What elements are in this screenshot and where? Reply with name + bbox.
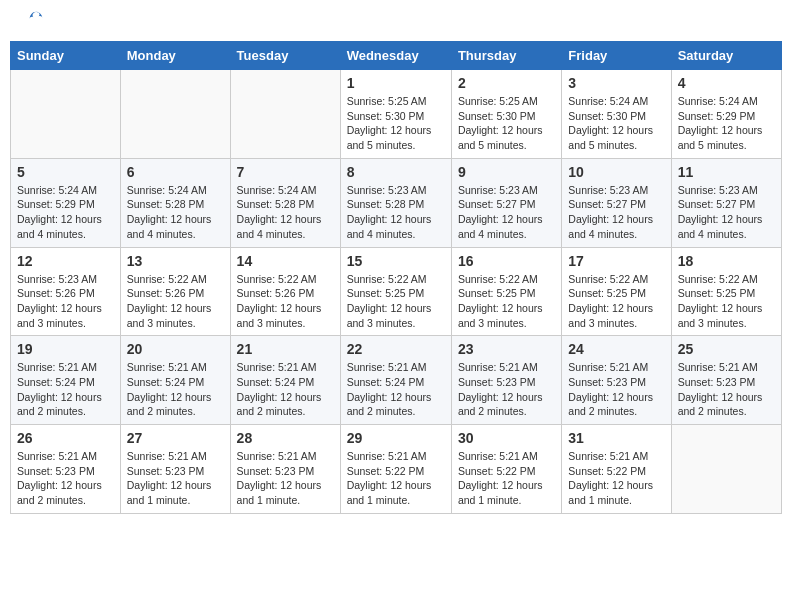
day-cell: 10Sunrise: 5:23 AM Sunset: 5:27 PM Dayli… bbox=[562, 158, 671, 247]
week-row-1: 1Sunrise: 5:25 AM Sunset: 5:30 PM Daylig… bbox=[11, 70, 782, 159]
day-cell: 14Sunrise: 5:22 AM Sunset: 5:26 PM Dayli… bbox=[230, 247, 340, 336]
day-info: Sunrise: 5:22 AM Sunset: 5:26 PM Dayligh… bbox=[127, 272, 224, 331]
day-number: 9 bbox=[458, 164, 555, 180]
weekday-header-wednesday: Wednesday bbox=[340, 42, 451, 70]
weekday-header-row: SundayMondayTuesdayWednesdayThursdayFrid… bbox=[11, 42, 782, 70]
day-number: 23 bbox=[458, 341, 555, 357]
day-cell: 30Sunrise: 5:21 AM Sunset: 5:22 PM Dayli… bbox=[451, 425, 561, 514]
day-number: 30 bbox=[458, 430, 555, 446]
day-number: 22 bbox=[347, 341, 445, 357]
day-info: Sunrise: 5:21 AM Sunset: 5:23 PM Dayligh… bbox=[127, 449, 224, 508]
day-cell bbox=[11, 70, 121, 159]
page-header bbox=[10, 10, 782, 33]
day-info: Sunrise: 5:21 AM Sunset: 5:23 PM Dayligh… bbox=[458, 360, 555, 419]
day-info: Sunrise: 5:21 AM Sunset: 5:23 PM Dayligh… bbox=[17, 449, 114, 508]
day-number: 29 bbox=[347, 430, 445, 446]
day-cell: 27Sunrise: 5:21 AM Sunset: 5:23 PM Dayli… bbox=[120, 425, 230, 514]
weekday-header-tuesday: Tuesday bbox=[230, 42, 340, 70]
day-cell: 5Sunrise: 5:24 AM Sunset: 5:29 PM Daylig… bbox=[11, 158, 121, 247]
day-number: 25 bbox=[678, 341, 775, 357]
day-info: Sunrise: 5:23 AM Sunset: 5:27 PM Dayligh… bbox=[678, 183, 775, 242]
day-cell: 17Sunrise: 5:22 AM Sunset: 5:25 PM Dayli… bbox=[562, 247, 671, 336]
day-info: Sunrise: 5:24 AM Sunset: 5:28 PM Dayligh… bbox=[237, 183, 334, 242]
weekday-header-saturday: Saturday bbox=[671, 42, 781, 70]
day-info: Sunrise: 5:22 AM Sunset: 5:26 PM Dayligh… bbox=[237, 272, 334, 331]
week-row-4: 19Sunrise: 5:21 AM Sunset: 5:24 PM Dayli… bbox=[11, 336, 782, 425]
weekday-header-friday: Friday bbox=[562, 42, 671, 70]
day-number: 6 bbox=[127, 164, 224, 180]
day-info: Sunrise: 5:23 AM Sunset: 5:27 PM Dayligh… bbox=[568, 183, 664, 242]
weekday-header-thursday: Thursday bbox=[451, 42, 561, 70]
day-number: 12 bbox=[17, 253, 114, 269]
day-cell: 19Sunrise: 5:21 AM Sunset: 5:24 PM Dayli… bbox=[11, 336, 121, 425]
day-number: 19 bbox=[17, 341, 114, 357]
day-info: Sunrise: 5:22 AM Sunset: 5:25 PM Dayligh… bbox=[568, 272, 664, 331]
week-row-2: 5Sunrise: 5:24 AM Sunset: 5:29 PM Daylig… bbox=[11, 158, 782, 247]
day-cell: 7Sunrise: 5:24 AM Sunset: 5:28 PM Daylig… bbox=[230, 158, 340, 247]
day-info: Sunrise: 5:22 AM Sunset: 5:25 PM Dayligh… bbox=[678, 272, 775, 331]
day-number: 21 bbox=[237, 341, 334, 357]
day-number: 7 bbox=[237, 164, 334, 180]
day-cell: 13Sunrise: 5:22 AM Sunset: 5:26 PM Dayli… bbox=[120, 247, 230, 336]
day-info: Sunrise: 5:21 AM Sunset: 5:23 PM Dayligh… bbox=[678, 360, 775, 419]
day-cell: 12Sunrise: 5:23 AM Sunset: 5:26 PM Dayli… bbox=[11, 247, 121, 336]
day-info: Sunrise: 5:24 AM Sunset: 5:28 PM Dayligh… bbox=[127, 183, 224, 242]
day-info: Sunrise: 5:21 AM Sunset: 5:24 PM Dayligh… bbox=[17, 360, 114, 419]
day-cell: 20Sunrise: 5:21 AM Sunset: 5:24 PM Dayli… bbox=[120, 336, 230, 425]
day-number: 26 bbox=[17, 430, 114, 446]
day-info: Sunrise: 5:23 AM Sunset: 5:26 PM Dayligh… bbox=[17, 272, 114, 331]
day-cell: 29Sunrise: 5:21 AM Sunset: 5:22 PM Dayli… bbox=[340, 425, 451, 514]
day-info: Sunrise: 5:25 AM Sunset: 5:30 PM Dayligh… bbox=[458, 94, 555, 153]
day-number: 14 bbox=[237, 253, 334, 269]
day-number: 2 bbox=[458, 75, 555, 91]
day-number: 15 bbox=[347, 253, 445, 269]
day-info: Sunrise: 5:21 AM Sunset: 5:22 PM Dayligh… bbox=[458, 449, 555, 508]
day-info: Sunrise: 5:21 AM Sunset: 5:23 PM Dayligh… bbox=[237, 449, 334, 508]
day-number: 20 bbox=[127, 341, 224, 357]
day-info: Sunrise: 5:21 AM Sunset: 5:24 PM Dayligh… bbox=[127, 360, 224, 419]
day-info: Sunrise: 5:22 AM Sunset: 5:25 PM Dayligh… bbox=[347, 272, 445, 331]
day-cell: 1Sunrise: 5:25 AM Sunset: 5:30 PM Daylig… bbox=[340, 70, 451, 159]
day-number: 3 bbox=[568, 75, 664, 91]
day-number: 4 bbox=[678, 75, 775, 91]
day-cell bbox=[671, 425, 781, 514]
day-cell bbox=[230, 70, 340, 159]
week-row-3: 12Sunrise: 5:23 AM Sunset: 5:26 PM Dayli… bbox=[11, 247, 782, 336]
day-number: 16 bbox=[458, 253, 555, 269]
day-number: 5 bbox=[17, 164, 114, 180]
day-cell: 22Sunrise: 5:21 AM Sunset: 5:24 PM Dayli… bbox=[340, 336, 451, 425]
day-number: 27 bbox=[127, 430, 224, 446]
day-cell: 15Sunrise: 5:22 AM Sunset: 5:25 PM Dayli… bbox=[340, 247, 451, 336]
day-info: Sunrise: 5:21 AM Sunset: 5:22 PM Dayligh… bbox=[347, 449, 445, 508]
day-cell bbox=[120, 70, 230, 159]
day-cell: 31Sunrise: 5:21 AM Sunset: 5:22 PM Dayli… bbox=[562, 425, 671, 514]
day-cell: 8Sunrise: 5:23 AM Sunset: 5:28 PM Daylig… bbox=[340, 158, 451, 247]
day-number: 11 bbox=[678, 164, 775, 180]
day-cell: 11Sunrise: 5:23 AM Sunset: 5:27 PM Dayli… bbox=[671, 158, 781, 247]
day-number: 31 bbox=[568, 430, 664, 446]
day-info: Sunrise: 5:24 AM Sunset: 5:29 PM Dayligh… bbox=[678, 94, 775, 153]
day-info: Sunrise: 5:21 AM Sunset: 5:22 PM Dayligh… bbox=[568, 449, 664, 508]
day-info: Sunrise: 5:23 AM Sunset: 5:28 PM Dayligh… bbox=[347, 183, 445, 242]
day-number: 10 bbox=[568, 164, 664, 180]
day-cell: 24Sunrise: 5:21 AM Sunset: 5:23 PM Dayli… bbox=[562, 336, 671, 425]
day-cell: 9Sunrise: 5:23 AM Sunset: 5:27 PM Daylig… bbox=[451, 158, 561, 247]
calendar-table: SundayMondayTuesdayWednesdayThursdayFrid… bbox=[10, 41, 782, 514]
week-row-5: 26Sunrise: 5:21 AM Sunset: 5:23 PM Dayli… bbox=[11, 425, 782, 514]
day-info: Sunrise: 5:25 AM Sunset: 5:30 PM Dayligh… bbox=[347, 94, 445, 153]
day-cell: 2Sunrise: 5:25 AM Sunset: 5:30 PM Daylig… bbox=[451, 70, 561, 159]
logo bbox=[25, 20, 45, 28]
day-cell: 18Sunrise: 5:22 AM Sunset: 5:25 PM Dayli… bbox=[671, 247, 781, 336]
day-number: 1 bbox=[347, 75, 445, 91]
day-cell: 28Sunrise: 5:21 AM Sunset: 5:23 PM Dayli… bbox=[230, 425, 340, 514]
day-cell: 25Sunrise: 5:21 AM Sunset: 5:23 PM Dayli… bbox=[671, 336, 781, 425]
day-info: Sunrise: 5:24 AM Sunset: 5:30 PM Dayligh… bbox=[568, 94, 664, 153]
day-cell: 4Sunrise: 5:24 AM Sunset: 5:29 PM Daylig… bbox=[671, 70, 781, 159]
day-number: 8 bbox=[347, 164, 445, 180]
logo-bird-icon bbox=[27, 10, 45, 28]
day-cell: 6Sunrise: 5:24 AM Sunset: 5:28 PM Daylig… bbox=[120, 158, 230, 247]
day-number: 13 bbox=[127, 253, 224, 269]
day-info: Sunrise: 5:22 AM Sunset: 5:25 PM Dayligh… bbox=[458, 272, 555, 331]
day-number: 18 bbox=[678, 253, 775, 269]
day-number: 24 bbox=[568, 341, 664, 357]
